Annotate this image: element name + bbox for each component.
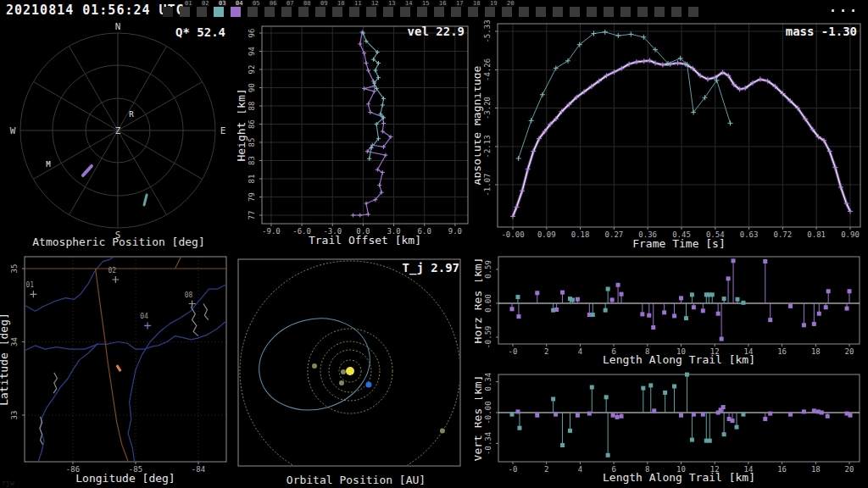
station-toggle-label: 02 — [201, 1, 209, 7]
station-toggle-label: 18 — [472, 1, 481, 7]
svg-text:77: 77 — [248, 211, 256, 220]
velocity-stat: vel 22.9 — [408, 25, 465, 38]
station-toggle-label: 12 — [370, 1, 379, 7]
station-toggle-slot-28[interactable] — [637, 7, 648, 17]
orbit-chart — [237, 251, 475, 488]
station-toggle-15[interactable] — [417, 7, 427, 17]
svg-text:-5.33: -5.33 — [483, 20, 492, 43]
station-toggle-slot-24[interactable] — [570, 7, 580, 17]
svg-text:0.90: 0.90 — [841, 230, 860, 239]
station-toggle-17[interactable] — [451, 7, 461, 17]
svg-text:83: 83 — [248, 156, 256, 165]
station-toggle-02[interactable] — [197, 7, 207, 17]
svg-text:N: N — [115, 21, 121, 32]
svg-text:0.18: 0.18 — [571, 230, 590, 239]
svg-text:2: 2 — [544, 465, 548, 474]
svg-text:16: 16 — [777, 347, 787, 356]
station-toggle-label: 04 — [235, 1, 243, 7]
ground-map-panel: -86-85-84353433Longitude [deg]Latitude [… — [0, 251, 237, 488]
light-curve-panel: -0.000.090.180.270.360.450.540.630.720.8… — [475, 20, 868, 251]
ground-map-chart: -86-85-84353433Longitude [deg]Latitude [… — [0, 251, 237, 488]
station-toggle-slot-29[interactable] — [654, 7, 665, 17]
station-toggle-08[interactable] — [298, 7, 309, 17]
svg-text:0.59: 0.59 — [484, 260, 492, 279]
svg-text:-1.07: -1.07 — [483, 173, 492, 196]
svg-text:W: W — [10, 125, 16, 136]
station-toggle-label: 08 — [303, 1, 311, 7]
station-toggle-slot-27[interactable] — [620, 7, 631, 17]
svg-text:20: 20 — [845, 347, 854, 356]
more-menu-button[interactable]: ... — [829, 0, 860, 15]
svg-text:18: 18 — [811, 347, 821, 356]
svg-text:Frame Time [s]: Frame Time [s] — [632, 237, 726, 250]
orbit-panel: T_j 2.97 Orbital Position [AU] — [237, 251, 475, 488]
station-toggle-04[interactable] — [231, 7, 241, 17]
svg-text:85: 85 — [248, 138, 256, 147]
station-toggle-03[interactable] — [214, 7, 224, 17]
svg-text:4: 4 — [578, 465, 582, 474]
station-toggle-06[interactable] — [264, 7, 275, 17]
station-toggle-label: 20 — [506, 1, 515, 7]
station-toggle-label: 11 — [353, 1, 362, 7]
svg-text:18: 18 — [811, 465, 821, 474]
station-toggle-20[interactable] — [502, 7, 512, 17]
svg-text:-0: -0 — [509, 347, 518, 356]
svg-text:0.81: 0.81 — [807, 230, 826, 239]
svg-text:0.27: 0.27 — [605, 230, 624, 239]
station-toggle-label: 09 — [320, 1, 328, 7]
svg-text:02: 02 — [108, 267, 116, 274]
svg-text:Absolute Magnitude: Absolute Magnitude — [475, 65, 483, 185]
svg-text:Length Along Trail [km]: Length Along Trail [km] — [603, 353, 755, 366]
svg-text:0.09: 0.09 — [537, 230, 556, 239]
svg-text:4: 4 — [578, 347, 582, 356]
atmospheric-panel-title: Atmospheric Position [deg] — [0, 236, 237, 248]
station-toggle-16[interactable] — [434, 7, 444, 17]
station-toggle-slot-31[interactable] — [688, 7, 698, 17]
station-toggle-label: 01 — [184, 1, 192, 7]
svg-text:81: 81 — [248, 175, 256, 184]
station-toggle-label: 07 — [286, 1, 294, 7]
svg-text:-0.00: -0.00 — [484, 401, 492, 424]
svg-text:-0.00: -0.00 — [501, 230, 524, 239]
station-toggle-09[interactable] — [315, 7, 326, 17]
mass-stat: mass -1.30 — [786, 25, 857, 38]
meteor-analysis-app: 20210814 01:56:24 UTC 010203040506070809… — [0, 0, 868, 488]
svg-text:92: 92 — [248, 65, 256, 75]
station-toggle-slot-30[interactable] — [671, 7, 682, 17]
svg-text:0.00: 0.00 — [484, 294, 492, 313]
svg-text:16: 16 — [777, 465, 787, 474]
station-toggle-slot-21[interactable] — [519, 7, 529, 17]
svg-text:-0: -0 — [509, 465, 518, 474]
station-toggle-13[interactable] — [383, 7, 393, 17]
station-toggle-slot-25[interactable] — [587, 7, 597, 17]
station-toggle-label: 06 — [269, 1, 277, 7]
svg-text:Length Along Trail [km]: Length Along Trail [km] — [603, 471, 755, 484]
station-toggle-19[interactable] — [485, 7, 495, 17]
vert-residual-chart: -024681012141618200.34-0.00-0.34Length A… — [475, 369, 868, 488]
station-toggle-05[interactable] — [248, 7, 258, 17]
station-toggle-slot-0[interactable] — [163, 7, 173, 17]
q-stat: Q* 52.4 — [175, 25, 225, 39]
svg-text:-3.20: -3.20 — [483, 97, 492, 119]
station-toggle-10[interactable] — [332, 7, 342, 17]
station-toggle-slot-23[interactable] — [553, 7, 563, 17]
station-toggle-14[interactable] — [400, 7, 410, 17]
atmospheric-position-panel: NSEWZRM Q* 52.4 Atmospheric Position [de… — [0, 20, 237, 251]
station-toggle-slot-22[interactable] — [536, 7, 546, 17]
horz-residual-chart: -024681012141618200.590.00-0.59Length Al… — [475, 251, 868, 369]
trail-offset-chart: -9.0-6.0-3.00.03.06.09.09694929088868583… — [237, 20, 475, 251]
svg-text:79: 79 — [248, 192, 256, 202]
station-toggle-07[interactable] — [281, 7, 292, 17]
station-toggle-slot-26[interactable] — [604, 7, 614, 17]
station-toggle-12[interactable] — [366, 7, 376, 17]
svg-text:Horz Res [km]: Horz Res [km] — [475, 258, 484, 344]
svg-text:E: E — [220, 125, 226, 136]
svg-text:2: 2 — [544, 347, 548, 356]
svg-text:35: 35 — [10, 264, 19, 274]
station-toggle-18[interactable] — [468, 7, 478, 17]
svg-text:01: 01 — [26, 281, 35, 289]
svg-text:34: 34 — [10, 337, 19, 347]
svg-text:-0.59: -0.59 — [484, 325, 492, 348]
station-toggle-01[interactable] — [180, 7, 190, 17]
station-toggle-11[interactable] — [349, 7, 359, 17]
